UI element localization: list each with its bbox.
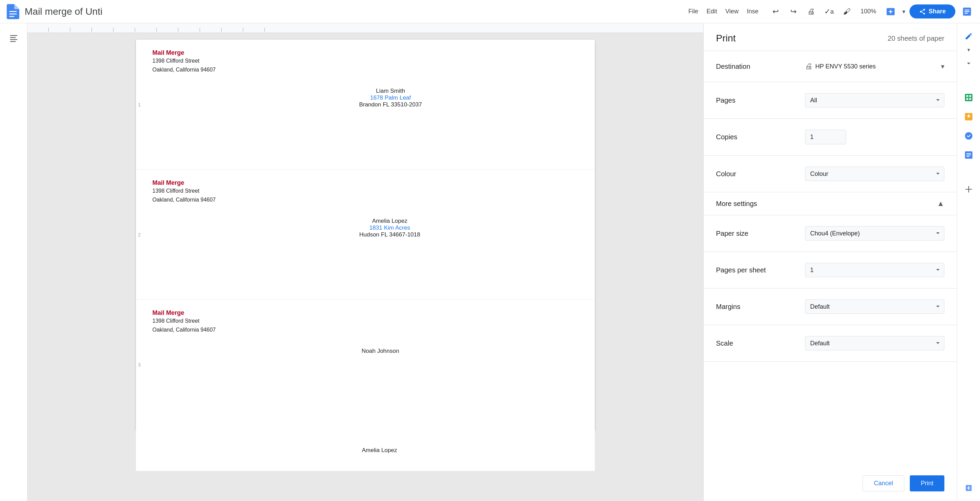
right-sidebar: ▾ (957, 23, 980, 501)
save-dropdown[interactable]: ▾ (902, 8, 905, 16)
rs-docs-btn[interactable] (960, 146, 978, 164)
pages-per-sheet-row: Pages per sheet 1 2 4 (716, 257, 944, 283)
print-title: Print (716, 33, 736, 44)
colour-label: Colour (716, 170, 805, 178)
pages-per-sheet-label: Pages per sheet (716, 266, 805, 274)
print-pages-row: Pages All Custom (716, 87, 944, 113)
more-settings-label: More settings (716, 200, 757, 208)
scale-section: Scale Default Fit to page Custom (704, 325, 957, 362)
sender-city-3: Oakland, California 94607 (153, 325, 216, 335)
svg-rect-20 (966, 153, 971, 154)
menu-file[interactable]: File (685, 6, 702, 16)
topbar-right: ▾ Share (883, 4, 975, 19)
sender-city-1: Oakland, California 94607 (153, 65, 216, 74)
pages-label: Pages (716, 97, 805, 105)
left-sidebar (0, 23, 27, 501)
print-sheets-count: 20 sheets of paper (888, 35, 944, 43)
paper-size-select[interactable]: Chou4 (Envelope) Letter A4 (805, 226, 944, 241)
recipient-block-1: Liam Smith 1678 Palm Leaf Brandon FL 335… (359, 87, 422, 108)
rs-add-btn[interactable] (960, 180, 978, 198)
recipient-block-2: Amelia Lopez 1831 Kim Acres Hudson FL 34… (359, 218, 420, 238)
recipient-street-2: 1831 Kim Acres (359, 225, 420, 231)
sender-street-2: 1398 Clifford Street (153, 187, 216, 195)
scale-label: Scale (716, 339, 805, 347)
print-panel: Print 20 sheets of paper Destination 🖨 H… (703, 23, 957, 501)
rs-edit-btn[interactable] (960, 27, 978, 45)
svg-rect-7 (964, 13, 968, 13)
pages-select[interactable]: All Custom (805, 93, 944, 108)
page-num-2: 2 (138, 232, 141, 238)
print-destination-row: Destination 🖨 HP ENVY 5530 series ▾ (716, 57, 944, 76)
rs-sheets-btn[interactable] (960, 89, 978, 106)
pages-area[interactable]: 1 Mail Merge 1398 Clifford Street Oaklan… (27, 33, 703, 501)
print-copies-section: Copies (704, 119, 957, 156)
page-num-3: 3 (138, 362, 141, 368)
print-colour-row: Colour Colour Black & white (716, 161, 944, 187)
menu-edit[interactable]: Edit (703, 6, 721, 16)
menu-view[interactable]: View (722, 6, 742, 16)
rs-keep-btn[interactable] (960, 108, 978, 125)
recipient-city-2: Hudson FL 34667-1018 (359, 231, 420, 238)
page-3: 3 Mail Merge 1398 Clifford Street Oaklan… (136, 300, 595, 430)
paintformat-btn[interactable]: 🖌 (840, 5, 854, 19)
rs-collapse-btn[interactable] (960, 54, 978, 72)
pages-per-sheet-select[interactable]: 1 2 4 (805, 263, 944, 277)
doc-title[interactable]: Mail merge of Unti (25, 6, 679, 17)
share-button[interactable]: Share (910, 5, 955, 19)
rs-anchor-btn[interactable] (960, 479, 978, 497)
print-colour-section: Colour Colour Black & white (704, 156, 957, 192)
save-drive-btn[interactable] (883, 4, 898, 19)
main-area: ||||||||||| 1 Mail Merge 1398 Clifford S… (0, 23, 980, 501)
sender-city-2: Oakland, California 94607 (153, 195, 216, 204)
sender-name-1: Mail Merge (153, 49, 216, 57)
docs-icon-btn[interactable] (959, 4, 975, 19)
destination-label: Destination (716, 63, 805, 70)
colour-select[interactable]: Colour Black & white (805, 166, 944, 181)
cancel-button[interactable]: Cancel (862, 475, 904, 491)
print-destination-section: Destination 🖨 HP ENVY 5530 series ▾ (704, 51, 957, 82)
recipient-street-1: 1678 Palm Leaf (359, 94, 422, 101)
svg-rect-0 (9, 11, 17, 12)
rs-edit-dropdown[interactable]: ▾ (967, 46, 970, 53)
pages-per-sheet-control[interactable]: 1 2 4 (805, 263, 944, 277)
margins-select[interactable]: Default None Minimum (805, 300, 944, 314)
content-area: ||||||||||| 1 Mail Merge 1398 Clifford S… (27, 23, 703, 501)
margins-label: Margins (716, 303, 805, 311)
more-settings-toggle[interactable]: More settings ▲ (704, 192, 957, 215)
colour-control[interactable]: Colour Black & white (805, 166, 944, 181)
page-partial: Amelia Lopez (136, 430, 595, 471)
zoom-selector[interactable]: 100% (858, 6, 879, 16)
recipient-name-3: Noah Johnson (361, 348, 399, 355)
pages-control[interactable]: All Custom (805, 93, 944, 108)
print-btn[interactable]: 🖨 (804, 5, 818, 19)
margins-control[interactable]: Default None Minimum (805, 300, 944, 314)
printer-icon: 🖨 (805, 62, 813, 71)
menu-insert[interactable]: Inse (743, 6, 762, 16)
sender-street-1: 1398 Clifford Street (153, 57, 216, 65)
print-copies-row: Copies (716, 124, 944, 150)
page-2: 2 Mail Merge 1398 Clifford Street Oaklan… (136, 170, 595, 300)
sender-block-2: Mail Merge 1398 Clifford Street Oakland,… (153, 179, 216, 204)
destination-dropdown-btn[interactable]: ▾ (941, 62, 944, 70)
svg-rect-22 (966, 156, 969, 157)
redo-btn[interactable]: ↪ (786, 5, 800, 19)
spellcheck-btn[interactable]: ✓a (822, 5, 836, 19)
copies-input[interactable] (805, 130, 846, 144)
print-footer: Cancel Print (704, 466, 957, 501)
svg-rect-9 (10, 37, 16, 38)
paper-size-control[interactable]: Chou4 (Envelope) Letter A4 (805, 226, 944, 241)
page-wrapper-2: 2 Mail Merge 1398 Clifford Street Oaklan… (136, 170, 595, 300)
page-4-partial: Amelia Lopez (136, 430, 595, 471)
scale-control[interactable]: Default Fit to page Custom (805, 336, 944, 350)
print-button[interactable]: Print (910, 475, 944, 491)
svg-rect-16 (969, 98, 971, 100)
paper-size-label: Paper size (716, 230, 805, 238)
sidebar-outline[interactable] (4, 29, 23, 48)
undo-btn[interactable]: ↩ (769, 5, 783, 19)
scale-select[interactable]: Default Fit to page Custom (805, 336, 944, 350)
sender-block-3: Mail Merge 1398 Clifford Street Oakland,… (153, 309, 216, 334)
svg-rect-6 (964, 11, 969, 12)
scale-row: Scale Default Fit to page Custom (716, 331, 944, 356)
rs-tasks-btn[interactable] (960, 127, 978, 145)
recipient-block-4: Amelia Lopez (362, 447, 397, 454)
